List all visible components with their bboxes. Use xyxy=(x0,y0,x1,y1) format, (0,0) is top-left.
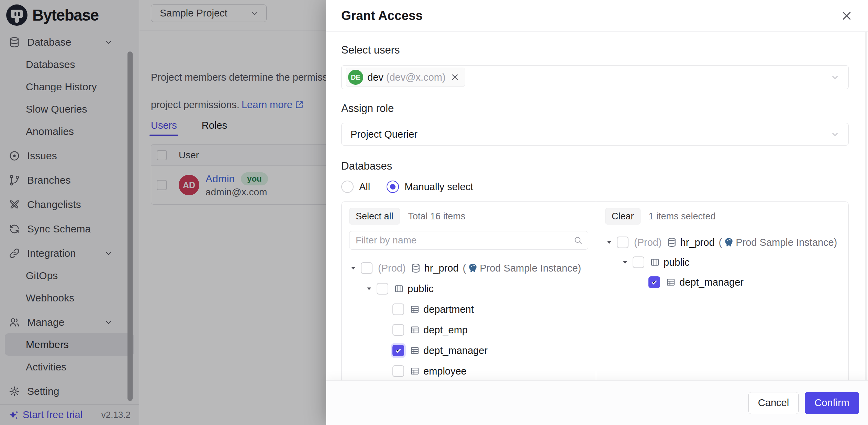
search-icon xyxy=(573,236,583,245)
tree-checkbox[interactable] xyxy=(392,303,404,315)
instance-label: (Prod Sample Instance) xyxy=(719,237,837,248)
tree-item-name: employee xyxy=(423,366,467,377)
selected-user-tag: DE dev (dev@x.com) xyxy=(346,68,465,87)
database-scope-radios: AllManually select xyxy=(341,179,849,194)
collapse-triangle-icon[interactable] xyxy=(621,258,629,266)
tree-checkbox[interactable] xyxy=(633,256,644,268)
collapse-triangle-icon[interactable] xyxy=(605,238,613,246)
cancel-button[interactable]: Cancel xyxy=(748,392,799,414)
tree-checkbox-checked[interactable] xyxy=(392,345,404,356)
table-icon xyxy=(410,325,420,335)
clear-button[interactable]: Clear xyxy=(605,208,641,225)
select-users-input[interactable]: DE dev (dev@x.com) xyxy=(341,65,849,89)
user-tag-name: dev xyxy=(367,72,383,83)
tree-row-hr_prod[interactable]: (Prod)hr_prod(Prod Sample Instance) xyxy=(605,232,839,252)
dialog-scrollbar[interactable] xyxy=(865,32,867,425)
role-select-value: Project Querier xyxy=(350,129,418,140)
selected-tree: (Prod)hr_prod(Prod Sample Instance)publi… xyxy=(605,232,839,292)
tree-checkbox-checked[interactable] xyxy=(648,276,660,288)
filter-input[interactable] xyxy=(349,231,588,250)
tree-item-name: hr_prod xyxy=(424,263,459,274)
table-icon xyxy=(666,277,676,287)
tree-item-name: dept_emp xyxy=(423,324,468,336)
grant-access-dialog: Grant Access Select users DE dev (dev@x.… xyxy=(326,0,868,425)
environment-label: (Prod) xyxy=(634,237,662,248)
table-icon xyxy=(410,345,420,356)
tree-checkbox[interactable] xyxy=(392,324,404,336)
role-select[interactable]: Project Querier xyxy=(341,123,849,146)
tree-row-public[interactable]: public xyxy=(349,278,588,299)
tree-checkbox[interactable] xyxy=(617,237,628,248)
environment-label: (Prod) xyxy=(378,263,406,274)
table-icon xyxy=(410,304,420,314)
collapse-triangle-icon[interactable] xyxy=(365,285,373,293)
radio-circle[interactable] xyxy=(341,181,354,193)
tree-checkbox[interactable] xyxy=(392,365,404,377)
collapse-triangle-icon[interactable] xyxy=(349,264,357,272)
tree-checkbox[interactable] xyxy=(377,283,388,295)
remove-user-icon[interactable] xyxy=(450,73,459,82)
radio-label: Manually select xyxy=(404,181,473,193)
select-all-button[interactable]: Select all xyxy=(349,208,400,225)
confirm-button[interactable]: Confirm xyxy=(805,392,859,414)
select-users-heading: Select users xyxy=(341,44,849,56)
schema-icon xyxy=(394,284,404,294)
tree-checkbox[interactable] xyxy=(361,262,372,274)
tree-item-name: public xyxy=(664,257,690,268)
dialog-footer: Cancel Confirm xyxy=(326,380,868,425)
user-tag-email: (dev@x.com) xyxy=(386,72,446,83)
dialog-body: Select users DE dev (dev@x.com) Assign r… xyxy=(326,44,868,423)
radio-label: All xyxy=(359,181,370,193)
tree-row-employee[interactable]: employee xyxy=(349,361,588,381)
dialog-header: Grant Access xyxy=(326,0,868,32)
tree-item-name: public xyxy=(408,283,434,295)
radio-all[interactable]: All xyxy=(341,181,370,193)
selected-count-label: 1 items selected xyxy=(649,211,716,222)
database-icon xyxy=(411,263,421,273)
tree-item-name: hr_prod xyxy=(680,237,715,248)
tree-row-public[interactable]: public xyxy=(605,252,839,272)
total-items-label: Total 16 items xyxy=(408,211,466,222)
tree-item-name: department xyxy=(423,304,474,315)
chevron-down-icon xyxy=(830,129,840,139)
table-icon xyxy=(410,366,420,376)
database-icon xyxy=(667,237,677,248)
tree-item-name: dept_manager xyxy=(423,345,488,356)
tree-row-dept_manager[interactable]: dept_manager xyxy=(349,340,588,361)
assign-role-heading: Assign role xyxy=(341,102,849,115)
close-icon[interactable] xyxy=(841,10,853,22)
tree-row-department[interactable]: department xyxy=(349,299,588,320)
radio-circle[interactable] xyxy=(387,181,399,193)
tree-item-name: dept_manager xyxy=(679,277,744,288)
postgresql-icon xyxy=(467,263,478,274)
filter-field xyxy=(349,231,588,250)
instance-label: (Prod Sample Instance) xyxy=(463,263,581,274)
radio-manually-select[interactable]: Manually select xyxy=(387,181,473,193)
source-tree: (Prod)hr_prod(Prod Sample Instance)publi… xyxy=(349,258,588,381)
databases-heading: Databases xyxy=(341,160,849,172)
tree-row-hr_prod[interactable]: (Prod)hr_prod(Prod Sample Instance) xyxy=(349,258,588,278)
tree-row-dept_manager[interactable]: dept_manager xyxy=(605,272,839,292)
dialog-title: Grant Access xyxy=(341,9,423,23)
tree-row-dept_emp[interactable]: dept_emp xyxy=(349,320,588,340)
chevron-down-icon xyxy=(830,72,840,82)
schema-icon xyxy=(650,257,660,267)
postgresql-icon xyxy=(723,237,734,248)
avatar: DE xyxy=(348,70,363,85)
